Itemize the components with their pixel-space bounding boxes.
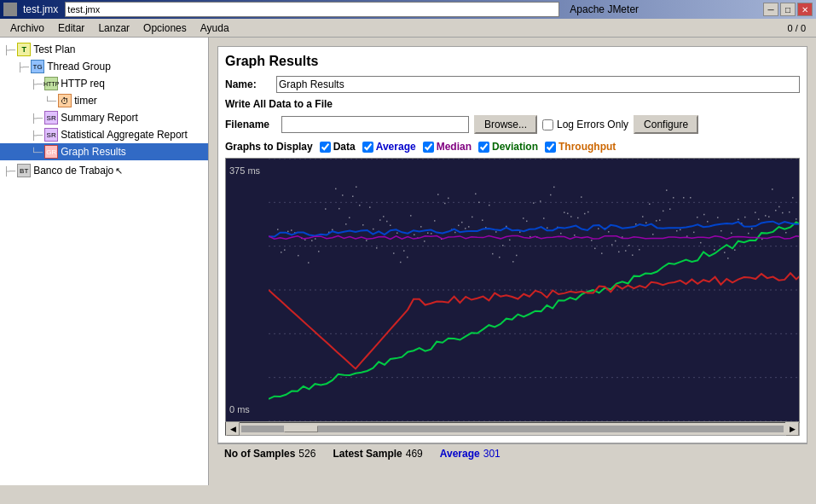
testplan-icon: T	[17, 43, 31, 56]
stat-no-samples: No of Samples 526	[224, 448, 315, 460]
graph-canvas	[269, 159, 800, 421]
stat-latest-sample: Latest Sample 469	[333, 448, 422, 460]
check-deviation: Deviation	[478, 141, 538, 153]
sidebar: ├─ T Test Plan ├─ TG Thread Group ├─ HTT…	[0, 38, 209, 485]
scroll-left-btn[interactable]: ◀	[226, 422, 240, 436]
throughput-checkbox[interactable]	[545, 142, 556, 153]
thread-icon: TG	[31, 60, 44, 73]
log-errors-label: Log Errors Only	[557, 119, 628, 130]
name-row: Name:	[225, 76, 800, 93]
graph-scrollbar[interactable]: ◀ ▶	[225, 422, 800, 436]
connector-banco: ├─	[3, 166, 15, 176]
menu-lanzar[interactable]: Lanzar	[91, 20, 136, 36]
menu-archivo[interactable]: Archivo	[3, 20, 51, 36]
filename-field[interactable]	[281, 116, 469, 133]
average-checkbox[interactable]	[362, 142, 373, 153]
check-average: Average	[362, 141, 416, 153]
median-checkbox[interactable]	[423, 142, 434, 153]
sidebar-item-label: timer	[74, 95, 97, 107]
data-label: Data	[333, 141, 356, 153]
check-data: Data	[320, 141, 356, 153]
check-median: Median	[423, 141, 472, 153]
sidebar-item-label: Test Plan	[33, 43, 75, 55]
scrollbar-thumb[interactable]	[284, 426, 318, 432]
sidebar-item-label: Statistical Aggregate Report	[61, 129, 188, 141]
close-button[interactable]: ✕	[797, 3, 813, 16]
sidebar-item-label: Thread Group	[47, 61, 111, 72]
sidebar-item-thread-group[interactable]: ├─ TG Thread Group	[0, 58, 208, 75]
report-icon: SR	[44, 111, 58, 125]
graphs-to-display-row: Graphs to Display Data Average Median De…	[225, 141, 800, 153]
title-bar-left: test.jmx Apache JMeter	[3, 2, 639, 17]
sidebar-item-label: Summary Report	[61, 112, 138, 124]
maximize-button[interactable]: □	[780, 3, 796, 16]
panel-title: Graph Results	[225, 54, 800, 69]
configure-button[interactable]: Configure	[634, 115, 698, 134]
name-input[interactable]	[276, 76, 800, 93]
deviation-checkbox[interactable]	[478, 142, 489, 153]
connector-stat: ├─	[31, 130, 43, 140]
median-label: Median	[437, 141, 472, 153]
graph-results-panel: Graph Results Name: Write All Data to a …	[217, 46, 807, 443]
menu-editar[interactable]: Editar	[51, 20, 91, 36]
connector-graph: └─	[31, 148, 43, 157]
throughput-label: Throughput	[558, 141, 616, 153]
data-checkbox[interactable]	[320, 142, 331, 153]
graph-display: 375 ms 0 ms	[225, 158, 800, 422]
deviation-label: Deviation	[492, 141, 538, 153]
scrollbar-track	[241, 426, 784, 432]
graph-icon: GR	[44, 145, 58, 159]
write-all-title: Write All Data to a File	[225, 98, 800, 110]
sidebar-item-graph-results[interactable]: └─ GR Graph Results	[0, 143, 208, 160]
log-errors-row: Log Errors Only	[542, 119, 628, 130]
page-counter: 0 / 0	[788, 23, 806, 33]
sidebar-item-test-plan[interactable]: ├─ T Test Plan	[0, 41, 208, 58]
menu-bar: Archivo Editar Lanzar Opciones Ayuda 0 /…	[0, 19, 816, 38]
filename-input[interactable]	[65, 2, 559, 17]
average-stat-value: 301	[483, 448, 501, 460]
connector-timer: └─	[44, 96, 56, 106]
stat-average: Average 301	[440, 448, 501, 460]
main-layout: ├─ T Test Plan ├─ TG Thread Group ├─ HTT…	[0, 38, 816, 485]
minimize-button[interactable]: ─	[763, 3, 778, 16]
sidebar-item-statistical-report[interactable]: ├─ SR Statistical Aggregate Report	[0, 126, 208, 143]
sidebar-item-http-req[interactable]: ├─ HTTP HTTP req	[0, 75, 208, 92]
connector-thread: ├─	[17, 62, 29, 72]
sidebar-item-label: HTTP req	[61, 78, 105, 90]
http-icon: HTTP	[44, 77, 58, 90]
average-stat-label: Average	[440, 448, 480, 460]
cursor-arrow: ↖	[115, 165, 123, 177]
latest-sample-value: 469	[406, 448, 423, 460]
graph-y-bottom: 0 ms	[229, 404, 250, 414]
timer-icon: ⏱	[58, 94, 72, 107]
stats-bar: No of Samples 526 Latest Sample 469 Aver…	[217, 443, 807, 485]
average-label: Average	[376, 141, 416, 153]
title-bar-buttons: ─ □ ✕	[763, 3, 813, 16]
sidebar-item-label: Graph Results	[61, 146, 126, 158]
graphs-label: Graphs to Display	[225, 141, 313, 153]
app-name: Apache JMeter	[570, 3, 639, 15]
browse-button[interactable]: Browse...	[474, 115, 537, 134]
connector-summary: ├─	[31, 113, 43, 123]
sidebar-item-banco[interactable]: ├─ BT Banco de Trabajo ↖	[0, 162, 208, 179]
connector-http: ├─	[31, 79, 43, 89]
log-errors-checkbox[interactable]	[542, 119, 553, 130]
connector-testplan: ├─	[3, 45, 15, 55]
sidebar-item-label: Banco de Trabajo	[33, 165, 113, 177]
stat-report-icon: SR	[44, 128, 58, 142]
content-area: Graph Results Name: Write All Data to a …	[209, 38, 816, 485]
sidebar-item-summary-report[interactable]: ├─ SR Summary Report	[0, 109, 208, 126]
check-throughput: Throughput	[545, 141, 616, 153]
app-icon	[3, 3, 17, 16]
no-samples-label: No of Samples	[224, 448, 295, 460]
menu-opciones[interactable]: Opciones	[136, 20, 194, 36]
no-samples-value: 526	[298, 448, 315, 460]
latest-sample-label: Latest Sample	[333, 448, 402, 460]
filename-label: Filename	[225, 119, 276, 130]
scroll-right-btn[interactable]: ▶	[785, 422, 799, 436]
filename-row: Filename Browse... Log Errors Only Confi…	[225, 115, 800, 134]
sidebar-item-timer[interactable]: └─ ⏱ timer	[0, 92, 208, 109]
name-label: Name:	[225, 78, 276, 90]
menu-ayuda[interactable]: Ayuda	[194, 20, 236, 36]
file-name-display: test.jmx	[23, 3, 58, 15]
